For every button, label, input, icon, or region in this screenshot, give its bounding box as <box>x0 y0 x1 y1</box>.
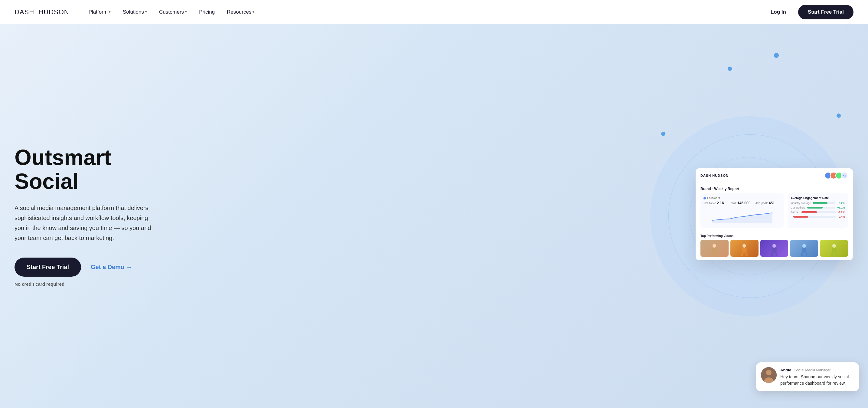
engagement-row: Competitors +3.1% <box>790 206 845 209</box>
svg-rect-10 <box>771 253 773 256</box>
decorative-dot <box>837 114 841 118</box>
chevron-down-icon: ▾ <box>109 10 111 14</box>
dashboard-logo: DASH HUDSON <box>701 174 728 177</box>
hero-cta-group: Start Free Trial Get a Demo → <box>14 258 178 276</box>
nav-links: Platform ▾ Solutions ▾ Customers ▾ Prici… <box>84 7 766 18</box>
nav-item-solutions[interactable]: Solutions ▾ <box>118 7 152 18</box>
avatar-group: +1 <box>825 172 848 179</box>
svg-point-21 <box>766 370 772 375</box>
followers-line-chart <box>704 208 781 223</box>
login-button[interactable]: Log In <box>766 7 791 18</box>
svg-point-0 <box>713 244 716 247</box>
nav-item-customers[interactable]: Customers ▾ <box>154 7 192 18</box>
decorative-dot <box>728 66 732 71</box>
stat-item: Avg/post: 451 <box>755 201 775 205</box>
engagement-row: Partner -1.2% <box>790 211 845 214</box>
followers-chart: Followers Net New: 2.1K Total: 145,000 A… <box>701 194 784 228</box>
engagement-row: -2.4% <box>790 215 845 218</box>
nav-item-pricing[interactable]: Pricing <box>194 7 220 18</box>
message-sender-role: Social Media Manager <box>795 368 831 372</box>
chart-area: Followers Net New: 2.1K Total: 145,000 A… <box>701 194 848 228</box>
svg-rect-17 <box>832 247 836 253</box>
video-thumbnail <box>701 240 728 257</box>
svg-point-12 <box>802 244 806 247</box>
video-thumbnail <box>731 240 758 257</box>
message-avatar <box>761 367 777 383</box>
engagement-row: Industry Average +5.2% <box>790 202 845 205</box>
svg-rect-11 <box>775 253 777 256</box>
logo-part2: HUDSON <box>38 8 69 16</box>
dashboard-body: Brand - Weekly Report Followers Net New:… <box>695 183 853 234</box>
hero-section: Outsmart Social A social media managemen… <box>0 24 868 408</box>
avatar-overflow-count: +1 <box>841 172 848 179</box>
svg-point-4 <box>743 244 746 247</box>
svg-rect-7 <box>746 253 748 256</box>
svg-rect-19 <box>835 253 837 256</box>
chevron-down-icon: ▾ <box>145 10 147 14</box>
decorative-dot <box>661 132 665 136</box>
hero-description: A social media management platform that … <box>14 203 154 243</box>
stat-item: Total: 145,000 <box>729 201 750 205</box>
message-text: Hey team! Sharing our weekly social perf… <box>780 374 854 386</box>
videos-grid <box>701 240 848 257</box>
nav-item-platform[interactable]: Platform ▾ <box>84 7 116 18</box>
svg-rect-9 <box>772 247 776 253</box>
nav-item-resources[interactable]: Resources ▾ <box>222 7 259 18</box>
svg-rect-5 <box>742 247 747 253</box>
svg-rect-14 <box>801 253 803 256</box>
svg-rect-15 <box>805 253 807 256</box>
followers-label: Followers <box>704 197 781 200</box>
report-title: Brand - Weekly Report <box>701 187 848 191</box>
stats-row: Net New: 2.1K Total: 145,000 Avg/post: 4… <box>704 201 781 205</box>
message-sender-name: Andie <box>780 368 791 372</box>
hero-content: Outsmart Social A social media managemen… <box>14 146 178 287</box>
svg-rect-1 <box>712 247 717 253</box>
stat-item: Net New: 2.1K <box>704 201 724 205</box>
videos-section: Top Performing Videos <box>695 234 853 260</box>
engagement-chart: Average Engagement Rate Industry Average… <box>787 194 848 228</box>
dashboard-header: DASH HUDSON +1 <box>695 168 853 183</box>
videos-title: Top Performing Videos <box>701 234 848 238</box>
message-content: Andie Social Media Manager Hey team! Sha… <box>780 367 854 386</box>
decorative-dot <box>774 53 779 58</box>
hero-start-free-trial-button[interactable]: Start Free Trial <box>14 258 81 276</box>
chevron-down-icon: ▾ <box>252 10 254 14</box>
nav-right: Log In Start Free Trial <box>766 5 854 19</box>
logo-part1: DASH <box>14 8 34 16</box>
start-free-trial-button[interactable]: Start Free Trial <box>798 5 854 19</box>
svg-rect-3 <box>716 253 718 256</box>
chevron-down-icon: ▾ <box>185 10 187 14</box>
dashboard-mockup: DASH HUDSON +1 Brand - Weekly Report Fol… <box>695 168 853 260</box>
hero-title: Outsmart Social <box>14 146 178 194</box>
video-thumbnail <box>820 240 848 257</box>
svg-point-8 <box>772 244 776 247</box>
logo[interactable]: DASH HUDSON <box>14 8 69 16</box>
hero-get-demo-link[interactable]: Get a Demo → <box>91 264 132 270</box>
video-thumbnail <box>790 240 818 257</box>
followers-dot-icon <box>704 197 706 199</box>
svg-point-16 <box>832 244 836 247</box>
svg-rect-18 <box>831 253 833 256</box>
engagement-title: Average Engagement Rate <box>790 197 845 200</box>
message-bubble: Andie Social Media Manager Hey team! Sha… <box>756 362 859 391</box>
video-thumbnail <box>760 240 788 257</box>
no-credit-card-text: No credit card required <box>14 282 178 287</box>
navigation: DASH HUDSON Platform ▾ Solutions ▾ Custo… <box>0 0 868 24</box>
svg-rect-6 <box>741 253 743 256</box>
svg-rect-2 <box>711 253 713 256</box>
svg-rect-13 <box>802 247 806 253</box>
